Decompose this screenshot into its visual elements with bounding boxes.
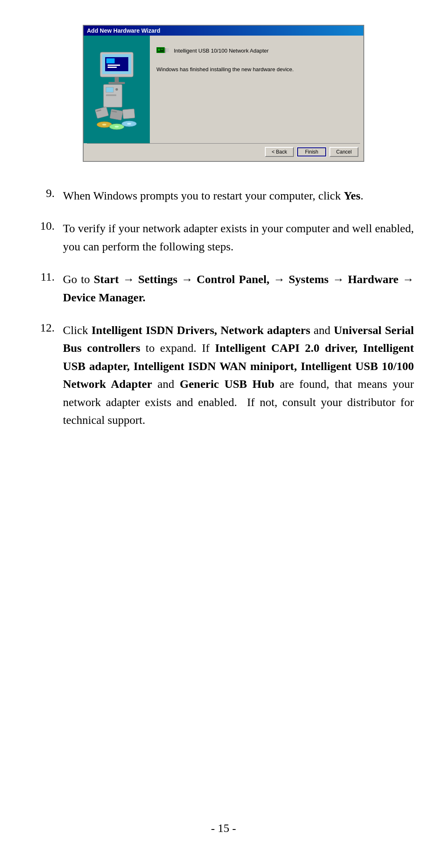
svg-rect-4 — [108, 65, 120, 66]
svg-rect-26 — [158, 50, 160, 51]
dialog-body: Intelligent USB 10/100 Network Adapter W… — [84, 36, 363, 161]
dialog-content-area: Intelligent USB 10/100 Network Adapter W… — [84, 36, 363, 143]
step-10: 10. To verify if your network adapter ex… — [33, 219, 414, 255]
svg-rect-6 — [115, 77, 119, 82]
step-12-number: 12. — [33, 321, 55, 334]
svg-rect-28 — [166, 48, 169, 49]
svg-point-18 — [102, 124, 106, 125]
svg-rect-9 — [106, 87, 113, 92]
svg-rect-12 — [95, 107, 109, 118]
step-9-text: When Windows prompts you to restart your… — [63, 187, 363, 204]
instructions-list: 9. When Windows prompts you to restart y… — [33, 187, 414, 429]
svg-point-10 — [115, 88, 118, 91]
svg-rect-16 — [123, 109, 135, 119]
wizard-illustration-panel — [84, 36, 150, 143]
page-number: - 15 - — [211, 822, 236, 834]
step-11-text: Go to Start → Settings → Control Panel, … — [63, 270, 414, 306]
dialog-buttons-row: < Back Finish Cancel — [84, 144, 363, 161]
svg-rect-27 — [161, 49, 163, 50]
cancel-button[interactable]: Cancel — [329, 147, 358, 157]
step-12: 12. Click Intelligent ISDN Drivers, Netw… — [33, 321, 414, 429]
back-button[interactable]: < Back — [265, 147, 294, 157]
svg-rect-11 — [106, 94, 116, 96]
svg-rect-29 — [166, 50, 169, 50]
svg-rect-25 — [158, 49, 160, 50]
dialog-titlebar: Add New Hardware Wizard — [84, 26, 363, 36]
step-11-number: 11. — [33, 270, 55, 284]
dialog-message: Windows has finished installing the new … — [156, 65, 355, 74]
dialog-right-panel: Intelligent USB 10/100 Network Adapter W… — [150, 36, 363, 143]
dialog-title-text: Add New Hardware Wizard — [87, 27, 160, 34]
svg-rect-30 — [166, 51, 169, 52]
svg-rect-5 — [108, 67, 117, 68]
svg-rect-3 — [106, 58, 115, 63]
step-10-text: To verify if your network adapter exists… — [63, 219, 414, 255]
step-9-number: 9. — [33, 187, 55, 200]
svg-point-22 — [127, 123, 131, 125]
step-9: 9. When Windows prompts you to restart y… — [33, 187, 414, 204]
step-11: 11. Go to Start → Settings → Control Pan… — [33, 270, 414, 306]
device-name-label: Intelligent USB 10/100 Network Adapter — [174, 48, 269, 54]
svg-rect-7 — [108, 82, 125, 84]
step-10-number: 10. — [33, 219, 55, 233]
device-info-row: Intelligent USB 10/100 Network Adapter — [156, 44, 355, 57]
svg-point-20 — [115, 126, 119, 127]
step-12-text: Click Intelligent ISDN Drivers, Network … — [63, 321, 414, 429]
finish-button[interactable]: Finish — [297, 147, 326, 156]
page-footer: - 15 - — [211, 797, 236, 835]
dialog-screenshot: Add New Hardware Wizard — [83, 25, 364, 162]
network-adapter-icon — [156, 44, 170, 57]
svg-rect-31 — [165, 48, 166, 53]
svg-rect-14 — [110, 109, 123, 120]
wizard-svg — [88, 40, 146, 139]
